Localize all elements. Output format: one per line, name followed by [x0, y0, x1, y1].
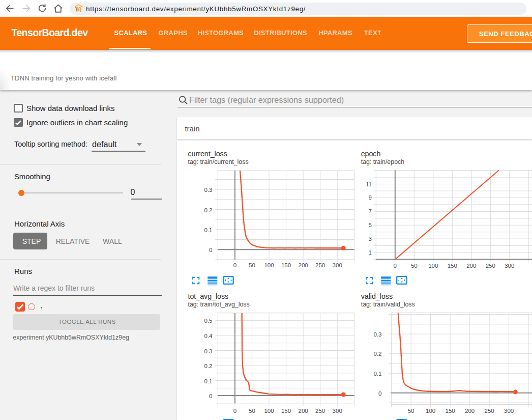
svg-text:0.2: 0.2 — [204, 207, 213, 213]
svg-text:150: 150 — [281, 262, 291, 268]
svg-text:50: 50 — [411, 263, 418, 269]
svg-text:0.2: 0.2 — [204, 363, 213, 369]
svg-text:5: 5 — [369, 222, 372, 228]
svg-text:50: 50 — [249, 262, 255, 268]
svg-text:0.5: 0.5 — [204, 318, 213, 324]
svg-text:11: 11 — [366, 181, 372, 187]
svg-text:0.1: 0.1 — [374, 371, 382, 377]
svg-text:200: 200 — [299, 408, 308, 414]
svg-text:0.1: 0.1 — [204, 378, 213, 384]
svg-text:0.4: 0.4 — [204, 333, 213, 339]
svg-text:50: 50 — [408, 408, 415, 414]
svg-text:50: 50 — [249, 408, 255, 414]
svg-text:0: 0 — [378, 390, 381, 397]
svg-text:200: 200 — [466, 263, 476, 269]
svg-text:250: 250 — [486, 263, 495, 269]
svg-text:300: 300 — [504, 408, 514, 414]
svg-text:250: 250 — [485, 408, 494, 414]
svg-text:100: 100 — [264, 262, 274, 268]
svg-text:250: 250 — [315, 408, 325, 414]
svg-text:0: 0 — [233, 408, 237, 414]
svg-text:300: 300 — [333, 262, 342, 268]
svg-text:0: 0 — [394, 263, 397, 269]
svg-text:250: 250 — [315, 262, 325, 268]
svg-text:100: 100 — [426, 408, 435, 414]
svg-text:200: 200 — [299, 262, 308, 268]
svg-text:150: 150 — [281, 408, 291, 414]
svg-text:0.3: 0.3 — [204, 348, 213, 354]
svg-text:300: 300 — [505, 263, 514, 269]
svg-text:150: 150 — [448, 263, 457, 269]
svg-text:0.2: 0.2 — [374, 351, 382, 357]
svg-text:0: 0 — [209, 393, 212, 399]
svg-text:0.3: 0.3 — [374, 331, 382, 338]
svg-text:1: 1 — [369, 249, 372, 256]
svg-text:0.1: 0.1 — [204, 227, 213, 233]
svg-text:200: 200 — [465, 408, 475, 414]
svg-text:7: 7 — [369, 208, 372, 214]
svg-text:0: 0 — [233, 262, 237, 268]
svg-text:100: 100 — [428, 263, 438, 269]
svg-text:0.3: 0.3 — [204, 187, 213, 193]
svg-text:9: 9 — [369, 194, 372, 201]
svg-text:300: 300 — [333, 408, 342, 414]
svg-text:3: 3 — [369, 236, 372, 242]
svg-text:150: 150 — [446, 408, 455, 414]
svg-text:0: 0 — [209, 247, 212, 253]
svg-text:100: 100 — [264, 408, 274, 414]
